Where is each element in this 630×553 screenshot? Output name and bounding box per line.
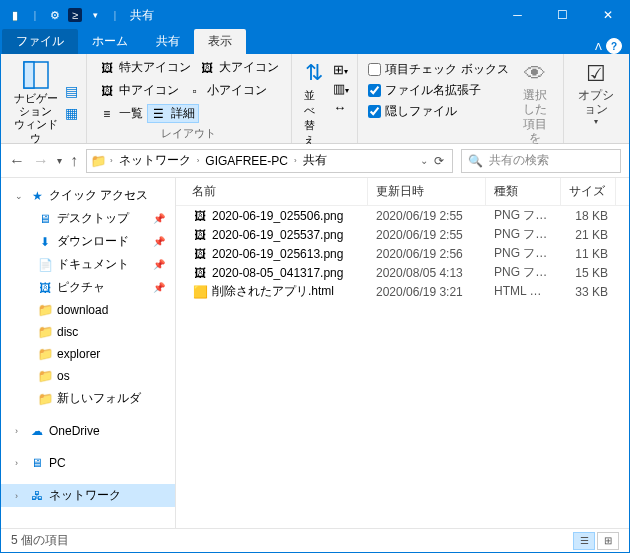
- details-view-toggle[interactable]: ☰: [573, 532, 595, 550]
- ribbon-group-options: ☑ オプション ▾: [564, 54, 629, 143]
- add-columns-icon[interactable]: ▥▾: [333, 81, 349, 96]
- layout-small[interactable]: ▫小アイコン: [183, 81, 271, 100]
- tab-view[interactable]: 表示: [194, 29, 246, 54]
- sidebar-onedrive[interactable]: ›☁OneDrive: [1, 420, 175, 442]
- layout-medium[interactable]: 🖼中アイコン: [95, 81, 183, 100]
- file-type: PNG ファイル: [486, 207, 561, 224]
- sidebar-pictures[interactable]: 🖼ピクチャ📌: [1, 276, 175, 299]
- sidebar-downloads[interactable]: ⬇ダウンロード📌: [1, 230, 175, 253]
- file-type: PNG ファイル: [486, 264, 561, 281]
- sidebar-folder-explorer[interactable]: 📁explorer: [1, 343, 175, 365]
- layout-large[interactable]: 🖼大アイコン: [195, 58, 283, 77]
- file-size: 15 KB: [561, 266, 616, 280]
- maximize-button[interactable]: ☐: [540, 0, 585, 30]
- collapse-ribbon-icon[interactable]: ᐱ: [595, 41, 602, 52]
- chevron-right-icon[interactable]: ›: [195, 156, 202, 165]
- sidebar-folder-download[interactable]: 📁download: [1, 299, 175, 321]
- expand-icon[interactable]: ›: [15, 426, 25, 436]
- close-button[interactable]: ✕: [585, 0, 630, 30]
- expand-icon[interactable]: ›: [15, 491, 25, 501]
- forward-button[interactable]: →: [33, 152, 49, 170]
- col-name[interactable]: 名前: [184, 178, 368, 205]
- expand-icon[interactable]: ⌄: [15, 191, 25, 201]
- layout-details[interactable]: ☰詳細: [147, 104, 199, 123]
- help-icon[interactable]: ?: [606, 38, 622, 54]
- sidebar-pc[interactable]: ›🖥PC: [1, 452, 175, 474]
- pin-icon: 📌: [153, 236, 165, 247]
- html-file-icon: 🟨: [192, 284, 208, 300]
- search-input[interactable]: 🔍 共有の検索: [461, 149, 621, 173]
- icons-view-toggle[interactable]: ⊞: [597, 532, 619, 550]
- sidebar-network[interactable]: ›🖧ネットワーク: [1, 484, 175, 507]
- status-bar: 5 個の項目 ☰ ⊞: [1, 528, 629, 552]
- png-file-icon: 🖼: [192, 227, 208, 243]
- file-row[interactable]: 🖼2020-06-19_025537.png2020/06/19 2:55PNG…: [176, 225, 629, 244]
- navigation-tree: ⌄ ★ クイック アクセス 🖥デスクトップ📌 ⬇ダウンロード📌 📄ドキュメント📌…: [1, 178, 176, 528]
- qat-separator: |: [108, 8, 122, 22]
- hidden-files-toggle[interactable]: 隠しファイル: [366, 102, 510, 121]
- details-pane-icon[interactable]: ▦: [65, 105, 78, 121]
- file-row[interactable]: 🖼2020-06-19_025613.png2020/06/19 2:56PNG…: [176, 244, 629, 263]
- powershell-icon[interactable]: ≥: [68, 8, 82, 22]
- file-row[interactable]: 🖼2020-08-05_041317.png2020/08/05 4:13PNG…: [176, 263, 629, 282]
- nav-window-button[interactable]: ナビゲーション ウィンドウ: [9, 58, 63, 147]
- sidebar-documents[interactable]: 📄ドキュメント📌: [1, 253, 175, 276]
- qat-dropdown-icon[interactable]: ▾: [88, 8, 102, 22]
- col-size[interactable]: サイズ: [561, 178, 616, 205]
- file-row[interactable]: 🖼2020-06-19_025506.png2020/06/19 2:55PNG…: [176, 206, 629, 225]
- minimize-button[interactable]: ─: [495, 0, 540, 30]
- col-type[interactable]: 種類: [486, 178, 561, 205]
- address-seg-0[interactable]: ネットワーク: [117, 152, 193, 169]
- folder-icon: 📁: [37, 368, 53, 384]
- app-icon: ▮: [8, 8, 22, 22]
- back-button[interactable]: ←: [9, 152, 25, 170]
- address-search-bar: ← → ▾ ↑ 📁 › ネットワーク › GIGAFREE-PC › 共有 ⌄ …: [1, 144, 629, 178]
- refresh-button[interactable]: ⟳: [430, 154, 448, 168]
- gear-icon[interactable]: ⚙: [48, 8, 62, 22]
- pin-icon: 📌: [153, 282, 165, 293]
- col-date[interactable]: 更新日時: [368, 178, 486, 205]
- file-name: 2020-08-05_041317.png: [212, 266, 343, 280]
- sidebar-folder-os[interactable]: 📁os: [1, 365, 175, 387]
- expand-icon[interactable]: ›: [15, 458, 25, 468]
- preview-pane-icon[interactable]: ▤: [65, 83, 78, 99]
- sidebar-desktop[interactable]: 🖥デスクトップ📌: [1, 207, 175, 230]
- qat-separator: |: [28, 8, 42, 22]
- sidebar-folder-disc[interactable]: 📁disc: [1, 321, 175, 343]
- layout-list[interactable]: ≡一覧: [95, 104, 147, 123]
- ribbon-group-current-view: ⇅ 並べ替え ▾ ⊞▾ ▥▾ ↔ 現在のビュー: [292, 54, 358, 143]
- folder-icon: 📁: [37, 391, 53, 407]
- address-dropdown[interactable]: ⌄: [420, 155, 428, 166]
- up-button[interactable]: ↑: [70, 152, 78, 170]
- history-dropdown[interactable]: ▾: [57, 155, 62, 166]
- file-size: 33 KB: [561, 285, 616, 299]
- file-row[interactable]: 🟨削除されたアプリ.html2020/06/19 3:21HTML ファ...3…: [176, 282, 629, 301]
- file-extensions-toggle[interactable]: ファイル名拡張子: [366, 81, 510, 100]
- file-type: PNG ファイル: [486, 226, 561, 243]
- options-button[interactable]: ☑ オプション ▾: [572, 58, 621, 128]
- tab-share[interactable]: 共有: [142, 29, 194, 54]
- file-date: 2020/08/05 4:13: [368, 266, 486, 280]
- address-seg-2[interactable]: 共有: [301, 152, 329, 169]
- status-text: 5 個の項目: [11, 532, 69, 549]
- chevron-right-icon[interactable]: ›: [292, 156, 299, 165]
- address-seg-1[interactable]: GIGAFREE-PC: [203, 154, 290, 168]
- sidebar-folder-new[interactable]: 📁新しいフォルダ: [1, 387, 175, 410]
- column-headers: 名前 更新日時 種類 サイズ: [176, 178, 629, 206]
- file-size: 18 KB: [561, 209, 616, 223]
- address-folder-icon: 📁: [91, 154, 106, 168]
- chevron-right-icon[interactable]: ›: [108, 156, 115, 165]
- size-columns-icon[interactable]: ↔: [333, 100, 349, 115]
- sidebar-quick-access[interactable]: ⌄ ★ クイック アクセス: [1, 184, 175, 207]
- file-date: 2020/06/19 2:55: [368, 228, 486, 242]
- item-checkboxes-toggle[interactable]: 項目チェック ボックス: [366, 60, 510, 79]
- group-by-icon[interactable]: ⊞▾: [333, 62, 349, 77]
- ribbon-label-layout: レイアウト: [95, 124, 283, 143]
- layout-extra-large[interactable]: 🖼特大アイコン: [95, 58, 195, 77]
- window-title: 共有: [122, 7, 495, 24]
- address-bar[interactable]: 📁 › ネットワーク › GIGAFREE-PC › 共有 ⌄ ⟳: [86, 149, 453, 173]
- tab-file[interactable]: ファイル: [2, 29, 78, 54]
- tab-home[interactable]: ホーム: [78, 29, 142, 54]
- ribbon-group-show-hide: 項目チェック ボックス ファイル名拡張子 隠しファイル 👁 選択した項目を 表示…: [358, 54, 563, 143]
- file-date: 2020/06/19 3:21: [368, 285, 486, 299]
